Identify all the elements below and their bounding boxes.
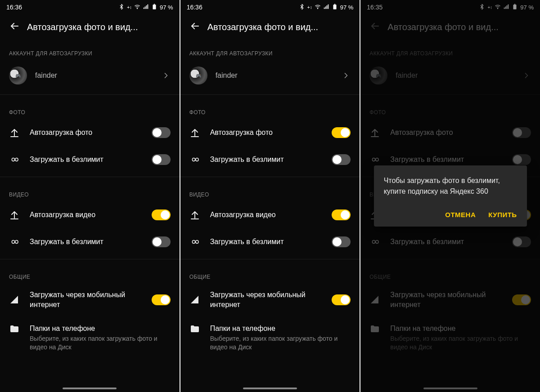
photo-autoupload-label: Автозагрузка фото	[30, 128, 152, 138]
wifi-icon	[315, 4, 321, 11]
photo-autoupload-switch[interactable]	[332, 127, 351, 138]
battery-percent: 97 %	[160, 4, 173, 11]
video-unlimited-label: Загружать в безлимит	[30, 237, 152, 247]
mobile-data-switch[interactable]	[332, 294, 351, 305]
video-autoupload-row[interactable]: Автозагрузка видео	[0, 201, 180, 228]
folder-icon	[189, 324, 200, 334]
mobile-data-row[interactable]: Загружать через мобильный интернет	[180, 284, 360, 316]
dialog-backdrop[interactable]: Чтобы загружать фото в безлимит, купите …	[360, 0, 540, 392]
nav-handle[interactable]	[243, 388, 297, 389]
svg-rect-10	[334, 4, 335, 4]
nav-handle[interactable]	[63, 388, 117, 389]
video-autoupload-switch[interactable]	[332, 209, 351, 220]
app-bar: Автозагрузка фото и вид...	[180, 14, 360, 40]
photo-autoupload-label: Автозагрузка фото	[210, 128, 332, 138]
folders-sublabel: Выберите, из каких папок загружать фото …	[210, 334, 351, 352]
section-header-general: ОБЩИЕ	[0, 263, 180, 284]
status-indicators: +↕97 %	[299, 4, 353, 11]
account-name: fainder	[35, 71, 162, 80]
photo-unlimited-row[interactable]: Загружать в безлимит	[0, 146, 180, 173]
screen-2: 16:36+↕97 %Автозагрузка фото и вид...АКК…	[180, 0, 360, 392]
video-autoupload-switch[interactable]	[152, 209, 171, 220]
section-header-photo: ФОТО	[180, 98, 360, 119]
video-unlimited-label: Загружать в безлимит	[210, 237, 332, 247]
video-unlimited-row[interactable]: Загружать в безлимит	[0, 228, 180, 255]
folders-row[interactable]: Папки на телефонеВыберите, из каких папо…	[0, 316, 180, 357]
video-unlimited-switch[interactable]	[152, 236, 171, 247]
photo-unlimited-switch[interactable]	[332, 154, 351, 165]
status-indicators: +↕97 %	[118, 4, 173, 11]
photo-unlimited-label: Загружать в безлимит	[30, 155, 152, 165]
battery-icon	[332, 4, 338, 11]
page-title: Автозагрузка фото и вид...	[27, 22, 176, 32]
bluetooth-icon	[118, 4, 125, 11]
settings-content: АККАУНТ ДЛЯ АВТОЗАГРУЗКИ🎮fainderФОТОАвто…	[180, 40, 360, 392]
dialog-buy-button[interactable]: КУПИТЬ	[488, 211, 517, 218]
page-title: Автозагрузка фото и вид...	[207, 22, 356, 32]
account-row[interactable]: 🎮fainder	[0, 60, 180, 91]
svg-rect-9	[333, 4, 336, 9]
folders-label: Папки на телефоне	[30, 324, 171, 334]
mobile-data-switch[interactable]	[152, 294, 171, 305]
wifi-icon	[134, 4, 140, 11]
infinity-icon	[189, 236, 200, 247]
video-autoupload-label: Автозагрузка видео	[210, 210, 332, 220]
avatar: 🎮	[9, 67, 27, 85]
photo-unlimited-row[interactable]: Загружать в безлимит	[180, 146, 360, 173]
mobile-data-label: Загружать через мобильный интернет	[30, 290, 152, 309]
photo-autoupload-row[interactable]: Автозагрузка фото	[0, 119, 180, 146]
photo-autoupload-row[interactable]: Автозагрузка фото	[180, 119, 360, 146]
video-unlimited-switch[interactable]	[332, 236, 351, 247]
svg-point-8	[317, 8, 318, 9]
battery-percent: 97 %	[340, 4, 354, 11]
mobile-data-label: Загружать через мобильный интернет	[210, 290, 332, 309]
folders-row[interactable]: Папки на телефонеВыберите, из каких папо…	[180, 316, 360, 357]
cell-icon	[143, 4, 149, 11]
status-bar: 16:36+↕97 %	[180, 0, 360, 14]
infinity-icon	[9, 154, 20, 165]
avatar: 🎮	[189, 67, 207, 85]
folders-sublabel: Выберите, из каких папок загружать фото …	[30, 334, 171, 352]
section-header-account: АККАУНТ ДЛЯ АВТОЗАГРУЗКИ	[0, 40, 180, 60]
section-header-video: ВИДЕО	[180, 181, 360, 201]
folders-label: Папки на телефоне	[210, 324, 351, 334]
back-arrow-icon	[9, 21, 20, 33]
chevron-right-icon	[162, 71, 171, 80]
screen-3: 16:35+↕97 %Автозагрузка фото и вид...АКК…	[360, 0, 540, 392]
arrow-icon: +↕	[307, 5, 312, 10]
section-header-video: ВИДЕО	[0, 181, 180, 201]
status-time: 16:36	[6, 4, 22, 11]
back-button[interactable]	[184, 16, 206, 38]
account-name: fainder	[216, 71, 342, 80]
photo-autoupload-switch[interactable]	[152, 127, 171, 138]
upload-icon	[189, 127, 200, 138]
purchase-dialog: Чтобы загружать фото в безлимит, купите …	[374, 165, 527, 226]
upload-icon	[189, 209, 200, 220]
signal-icon	[189, 294, 200, 305]
svg-rect-2	[154, 4, 155, 4]
video-unlimited-row[interactable]: Загружать в безлимит	[180, 228, 360, 255]
chevron-right-icon	[342, 71, 351, 80]
settings-content: АККАУНТ ДЛЯ АВТОЗАГРУЗКИ🎮fainderФОТОАвто…	[0, 40, 180, 392]
photo-unlimited-switch[interactable]	[152, 154, 171, 165]
mobile-data-row[interactable]: Загружать через мобильный интернет	[0, 284, 180, 316]
back-button[interactable]	[4, 16, 25, 38]
folder-icon	[9, 324, 20, 334]
battery-icon	[151, 4, 158, 11]
section-header-account: АККАУНТ ДЛЯ АВТОЗАГРУЗКИ	[180, 40, 360, 60]
status-time: 16:36	[187, 4, 202, 11]
svg-point-0	[137, 8, 137, 9]
svg-rect-1	[153, 4, 156, 9]
video-autoupload-label: Автозагрузка видео	[30, 210, 152, 220]
cell-icon	[323, 4, 329, 11]
account-row[interactable]: 🎮fainder	[180, 60, 360, 91]
dialog-message: Чтобы загружать фото в безлимит, купите …	[384, 175, 517, 196]
dialog-cancel-button[interactable]: ОТМЕНА	[445, 211, 476, 218]
upload-icon	[9, 209, 20, 220]
infinity-icon	[9, 236, 20, 247]
video-autoupload-row[interactable]: Автозагрузка видео	[180, 201, 360, 228]
upload-icon	[9, 127, 20, 138]
infinity-icon	[189, 154, 200, 165]
status-bar: 16:36+↕97 %	[0, 0, 180, 14]
section-header-general: ОБЩИЕ	[180, 263, 360, 284]
